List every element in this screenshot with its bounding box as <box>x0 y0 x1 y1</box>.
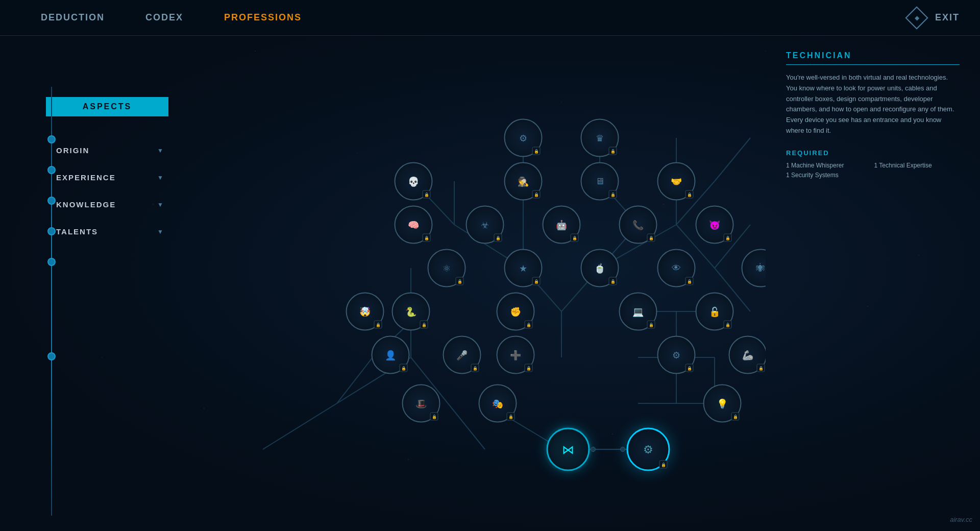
skill-node-technician[interactable]: ⚙ 🔒 <box>627 428 670 471</box>
timeline-dot-5 <box>47 258 56 266</box>
timeline-line <box>51 87 52 516</box>
unlock-icon: 🔓 <box>709 306 720 317</box>
crown-icon: ♛ <box>596 132 604 143</box>
sidebar-item-knowledge[interactable]: KNOWLEDGE ▼ <box>15 191 163 218</box>
skill-node-microphone[interactable]: 🎤 🔒 <box>443 336 481 374</box>
skill-node-person[interactable]: 👤 🔒 <box>372 336 410 374</box>
skill-node-crown[interactable]: ♛ 🔒 <box>581 119 619 157</box>
lock-icon-1: 🔒 <box>609 147 617 155</box>
timeline-dot-1 <box>47 135 56 143</box>
skill-node-eye[interactable]: 👁 🔒 <box>657 249 696 287</box>
skill-node-hat[interactable]: 🎩 🔒 <box>402 384 440 423</box>
lock-icon-29: 🔒 <box>731 413 740 421</box>
talents-arrow-icon: ▼ <box>157 228 163 235</box>
skill-node-molecules[interactable]: ⚛ 🔒 <box>428 249 466 287</box>
microphone-icon: 🎤 <box>456 349 468 360</box>
skill-node-network-active[interactable]: ⋈ <box>547 428 590 471</box>
knowledge-label: KNOWLEDGE <box>56 200 116 209</box>
smiley-icon: 😈 <box>709 219 720 230</box>
connector-dot-1 <box>591 447 596 452</box>
lock-icon-15: 🔒 <box>685 277 694 285</box>
person-icon: 👤 <box>385 349 396 360</box>
knowledge-arrow-icon: ▼ <box>157 201 163 208</box>
nav-diamond-icon[interactable] <box>905 6 928 29</box>
lock-icon-2: 🔒 <box>532 147 541 155</box>
skill-node-fist[interactable]: ✊ 🔒 <box>497 293 535 331</box>
skill-node-unlock[interactable]: 🔓 🔒 <box>696 293 734 331</box>
svg-line-2 <box>263 403 337 449</box>
navigation-bar: DEDUCTION CODEX PROFESSIONS EXIT <box>0 0 980 36</box>
lock-icon-10: 🔒 <box>647 234 655 242</box>
skill-node-phone[interactable]: 📞 🔒 <box>619 206 657 244</box>
timeline-dot-6 <box>47 352 56 360</box>
lock-icon-6: 🔒 <box>685 190 694 199</box>
skill-node-bio[interactable]: ☣ 🔒 <box>466 206 504 244</box>
lock-icon-28: 🔒 <box>507 413 515 421</box>
lock-icon-17: 🔒 <box>374 321 382 329</box>
network-icon: ⋈ <box>562 442 574 456</box>
skill-node-bulb[interactable]: 💡 🔒 <box>703 384 742 423</box>
fist-icon: ✊ <box>510 306 521 317</box>
skill-node-snake[interactable]: 🐍 🔒 <box>392 293 430 331</box>
skill-node-performer[interactable]: 🎭 🔒 <box>479 384 517 423</box>
lock-icon-19: 🔒 <box>525 321 533 329</box>
timeline-dot-3 <box>47 197 56 205</box>
laptop-icon: 💻 <box>632 306 644 317</box>
nav-item-codex[interactable]: CODEX <box>125 0 204 35</box>
gear-top-icon: ⚙ <box>519 132 527 143</box>
sidebar-item-origin[interactable]: ORIGIN ▼ <box>15 137 163 164</box>
experience-label: EXPERIENCE <box>56 173 116 182</box>
talents-label: TALENTS <box>56 227 98 236</box>
nav-item-deduction[interactable]: DEDUCTION <box>20 0 125 35</box>
lock-icon-22: 🔒 <box>400 364 408 372</box>
connector-dot-2 <box>620 447 625 452</box>
hand-tech-icon: 🦾 <box>742 349 753 360</box>
cogwheel-icon: ⚙ <box>672 349 680 360</box>
skill-tree-area: ♛ 🔒 ⚙ 🔒 💀 🔒 🕵 🔒 🖥 🔒 🤝 🔒 🧠 🔒 ☣ 🔒 🤖 🔒 📞 <box>179 36 766 531</box>
snake-icon: 🐍 <box>405 306 416 317</box>
skill-node-handshake[interactable]: 🤝 🔒 <box>657 162 696 201</box>
performer-icon: 🎭 <box>492 398 503 409</box>
tea-icon: 🍵 <box>594 262 605 274</box>
lock-icon-13: 🔒 <box>532 277 541 285</box>
technician-icon: ⚙ <box>643 443 653 456</box>
lock-icon-20: 🔒 <box>647 321 655 329</box>
star-icon: ★ <box>519 262 527 274</box>
panel-required-label: REQUIRED <box>786 149 960 157</box>
skill-node-medkit[interactable]: ➕ 🔒 <box>497 336 535 374</box>
sidebar-item-talents[interactable]: TALENTS ▼ <box>15 218 163 245</box>
skill-node-spy[interactable]: 🕵 🔒 <box>504 162 543 201</box>
skill-node-gear-top[interactable]: ⚙ 🔒 <box>504 119 543 157</box>
sidebar-item-experience[interactable]: EXPERIENCE ▼ <box>15 164 163 191</box>
skill-node-cogwheel[interactable]: ⚙ 🔒 <box>657 336 696 374</box>
spy-icon: 🕵 <box>518 176 529 187</box>
skill-node-star[interactable]: ★ 🔒 <box>504 249 543 287</box>
skull-icon: 💀 <box>408 176 419 187</box>
exit-button[interactable]: EXIT <box>935 12 960 23</box>
lock-icon-4: 🔒 <box>532 190 541 199</box>
skill-node-skull[interactable]: 💀 🔒 <box>395 162 433 201</box>
skill-node-hand-tech[interactable]: 🦾 🔒 <box>729 336 766 374</box>
lock-icon-25: 🔒 <box>685 364 694 372</box>
screen-icon: 🖥 <box>595 176 604 187</box>
medkit-icon: ➕ <box>510 349 521 360</box>
skill-node-brain[interactable]: 🧠 🔒 <box>395 206 433 244</box>
head-chip-icon: 🤯 <box>359 306 371 317</box>
svg-line-22 <box>337 357 373 403</box>
nav-item-professions[interactable]: PROFESSIONS <box>204 0 322 35</box>
lock-icon-7: 🔒 <box>423 234 431 242</box>
panel-title: TECHNICIAN <box>786 51 960 65</box>
svg-line-24 <box>715 138 750 181</box>
skill-node-screen[interactable]: 🖥 🔒 <box>581 162 619 201</box>
skill-node-smiley[interactable]: 😈 🔒 <box>696 206 734 244</box>
skill-node-cyborg[interactable]: 🤖 🔒 <box>543 206 581 244</box>
skill-node-head-chip[interactable]: 🤯 🔒 <box>346 293 384 331</box>
lock-icon-5: 🔒 <box>609 190 617 199</box>
panel-requirements: 1 Machine Whisperer 1 Technical Expertis… <box>786 162 960 179</box>
timeline-dot-2 <box>47 166 56 174</box>
skill-node-laptop[interactable]: 💻 🔒 <box>619 293 657 331</box>
phone-icon: 📞 <box>632 219 644 230</box>
lock-icon-11: 🔒 <box>724 234 732 242</box>
skill-node-tea[interactable]: 🍵 🔒 <box>581 249 619 287</box>
req-item-3: 1 Security Systems <box>786 172 872 179</box>
